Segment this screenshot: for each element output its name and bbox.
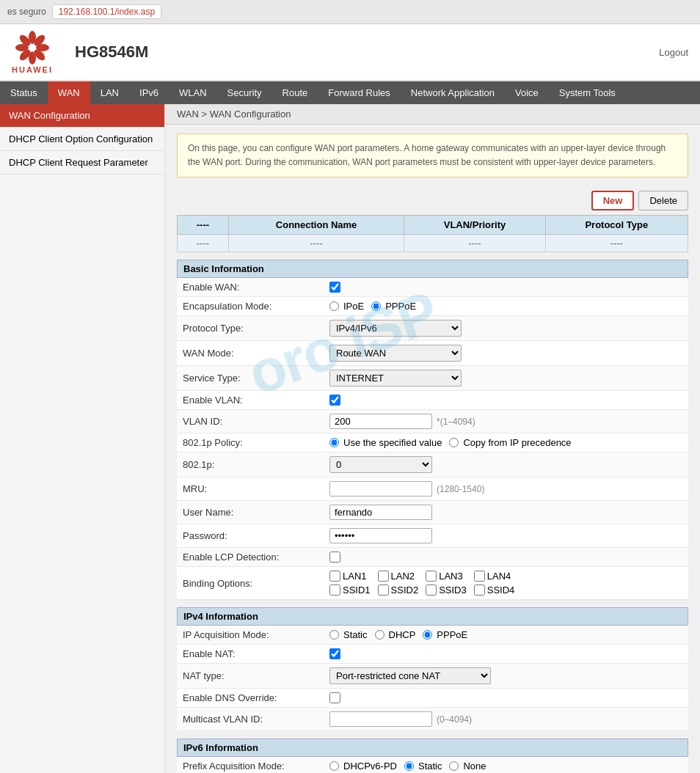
ipv4-pppoe-label[interactable]: PPPoE	[423, 629, 467, 640]
policy-specified-label[interactable]: Use the specified value	[329, 437, 442, 448]
dns-override-checkbox[interactable]	[329, 692, 340, 703]
ipv4-static-radio[interactable]	[329, 630, 339, 640]
col-empty: ----	[178, 216, 229, 235]
ipv4-dhcp-text: DHCP	[389, 629, 416, 640]
wan-mode-row: WAN Mode: Route WAN Bridge WAN	[177, 341, 688, 366]
ipv4-static-label[interactable]: Static	[329, 629, 368, 640]
prefix-dhcpv6pd-radio[interactable]	[329, 761, 339, 771]
password-input[interactable]	[329, 528, 432, 543]
nav-system-tools[interactable]: System Tools	[549, 81, 626, 104]
prefix-dhcpv6pd-label[interactable]: DHCPv6-PD	[329, 761, 397, 772]
url-bar[interactable]: 192.168.100.1/index.asp	[52, 4, 161, 19]
nav-forward-rules[interactable]: Forward Rules	[318, 81, 401, 104]
ipv4-title: IPv4 Information	[177, 607, 688, 626]
binding-lan1-checkbox[interactable]	[329, 571, 340, 582]
action-buttons: New Delete	[165, 186, 700, 215]
col-vlan-priority: VLAN/Priority	[404, 216, 545, 235]
binding-ssid1: SSID1	[329, 585, 371, 596]
prefix-static-radio[interactable]	[404, 761, 414, 771]
enable-vlan-checkbox[interactable]	[329, 395, 340, 406]
nav-network-application[interactable]: Network Application	[401, 81, 505, 104]
prefix-acq-radio-group: DHCPv6-PD Static None	[329, 761, 486, 772]
sidebar-item-dhcp-request[interactable]: DHCP Client Request Parameter	[0, 151, 164, 175]
binding-lan2-label: LAN2	[391, 571, 415, 582]
binding-lan3-label: LAN3	[439, 571, 463, 582]
enable-wan-checkbox[interactable]	[329, 282, 340, 293]
binding-lan2-checkbox[interactable]	[378, 571, 389, 582]
protocol-type-label: Protocol Type:	[183, 323, 329, 334]
binding-ssid3-checkbox[interactable]	[426, 585, 437, 596]
vlan-id-input[interactable]	[329, 414, 432, 429]
ipv4-dhcp-radio[interactable]	[375, 630, 384, 640]
policy-copy-radio[interactable]	[449, 438, 459, 447]
mru-input[interactable]	[329, 481, 432, 497]
prefix-none-radio[interactable]	[449, 761, 459, 771]
browser-bar: es seguro 192.168.100.1/index.asp	[0, 0, 700, 24]
ipv4-acq-radio-group: Static DHCP PPPoE	[329, 629, 467, 640]
nav-lan[interactable]: LAN	[90, 81, 129, 104]
binding-ssid1-checkbox[interactable]	[329, 585, 340, 596]
ipv4-dhcp-label[interactable]: DHCP	[375, 629, 416, 640]
enable-nat-row: Enable NAT:	[177, 645, 688, 664]
ipv4-pppoe-radio[interactable]	[423, 630, 432, 640]
page-body: WAN Configuration DHCP Client Option Con…	[0, 104, 700, 773]
mru-row: MRU: (1280-1540)	[177, 477, 688, 501]
new-button[interactable]: New	[591, 191, 635, 210]
row-vlan: ----	[404, 235, 545, 252]
col-protocol-type: Protocol Type	[545, 216, 688, 235]
nav-ipv6[interactable]: IPv6	[129, 81, 169, 104]
wan-mode-select[interactable]: Route WAN Bridge WAN	[329, 345, 462, 362]
breadcrumb: WAN > WAN Configuration	[165, 104, 700, 125]
nav-voice[interactable]: Voice	[505, 81, 549, 104]
row-empty: ----	[178, 235, 229, 252]
binding-lan4-checkbox[interactable]	[474, 571, 485, 582]
delete-button[interactable]: Delete	[638, 191, 688, 210]
binding-ssid3: SSID3	[426, 585, 467, 596]
encap-pppoe-radio[interactable]	[371, 301, 381, 311]
nav-wlan[interactable]: WLAN	[169, 81, 217, 104]
prefix-none-text: None	[463, 761, 486, 772]
sidebar-item-dhcp-option[interactable]: DHCP Client Option Configuration	[0, 128, 164, 151]
prefix-static-label[interactable]: Static	[404, 761, 442, 772]
enable-vlan-row: Enable VLAN:	[177, 391, 688, 410]
username-row: User Name:	[177, 501, 688, 524]
policy-specified-radio[interactable]	[329, 438, 339, 447]
service-type-select[interactable]: INTERNET TR069 OTHER	[329, 370, 462, 386]
encap-ipoE-radio[interactable]	[329, 301, 339, 311]
encapsulation-label: Encapsulation Mode:	[183, 301, 329, 312]
prefix-acq-row: Prefix Acquisition Mode: DHCPv6-PD Stati…	[177, 757, 688, 773]
nav-wan[interactable]: WAN	[48, 81, 90, 104]
lcp-label: Enable LCP Detection:	[183, 552, 329, 563]
protocol-type-select[interactable]: IPv4/IPv6 IPv4 Only IPv6 Only	[329, 320, 462, 337]
policy-copy-label[interactable]: Copy from IP precedence	[449, 437, 571, 448]
nav-route[interactable]: Route	[272, 81, 318, 104]
enable-vlan-label: Enable VLAN:	[183, 395, 329, 406]
802p-row: 802.1p: 0 1 2 3 4 5 6 7	[177, 453, 688, 477]
lcp-checkbox[interactable]	[329, 552, 340, 563]
main-nav: Status WAN LAN IPv6 WLAN Security Route …	[0, 81, 700, 104]
nat-type-select[interactable]: Port-restricted cone NAT Full cone NAT A…	[329, 667, 491, 684]
prefix-none-label[interactable]: None	[449, 761, 486, 772]
sidebar-item-wan-config[interactable]: WAN Configuration	[0, 104, 164, 128]
encap-ipoE-label[interactable]: IPoE	[329, 301, 364, 312]
wan-table: ---- Connection Name VLAN/Priority Proto…	[177, 215, 688, 252]
nav-status[interactable]: Status	[0, 81, 48, 104]
binding-ssid4-checkbox[interactable]	[474, 585, 485, 596]
logout-button[interactable]: Logout	[659, 47, 688, 58]
binding-lan3-checkbox[interactable]	[426, 571, 437, 582]
mru-label: MRU:	[183, 483, 329, 494]
row-protocol: ----	[545, 235, 688, 252]
binding-ssid2-checkbox[interactable]	[378, 585, 389, 596]
ipv4-multicast-input[interactable]	[329, 711, 432, 727]
binding-lan3: LAN3	[426, 571, 467, 582]
password-row: Password:	[177, 524, 688, 548]
policy-copy-text: Copy from IP precedence	[463, 437, 571, 448]
802p-select[interactable]: 0 1 2 3 4 5 6 7	[329, 456, 432, 473]
nav-security[interactable]: Security	[217, 81, 272, 104]
binding-lan4: LAN4	[474, 571, 515, 582]
username-label: User Name:	[183, 507, 329, 518]
security-label: es seguro	[7, 7, 46, 17]
enable-nat-checkbox[interactable]	[329, 648, 340, 659]
username-input[interactable]	[329, 505, 432, 520]
encap-pppoe-label[interactable]: PPPoE	[371, 301, 416, 312]
